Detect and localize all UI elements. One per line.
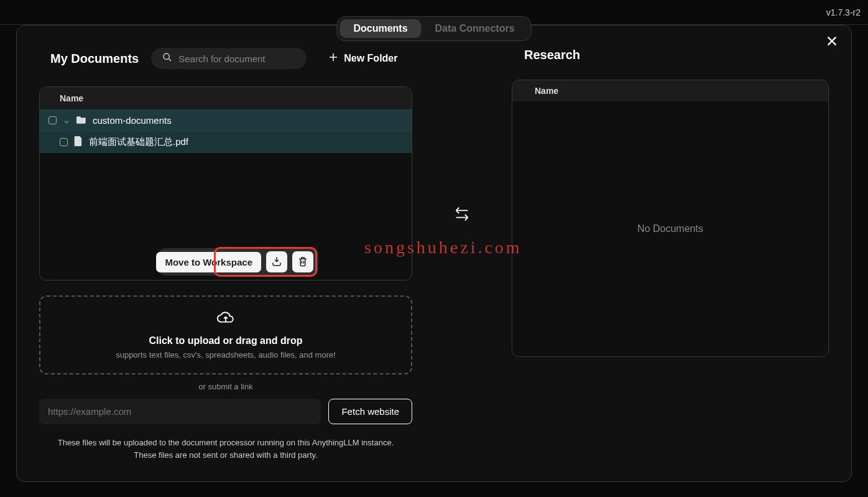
svg-point-0 [164,53,169,59]
search-input[interactable] [178,53,295,64]
folder-icon [76,115,86,126]
file-icon [74,136,83,148]
fetch-website-button[interactable]: Fetch website [328,399,412,424]
column-header-name: Name [40,87,412,109]
file-checkbox[interactable] [60,138,68,146]
workspace-column-header-name: Name [512,80,828,101]
trash-icon [297,256,308,269]
new-folder-label: New Folder [344,53,397,64]
search-box[interactable] [151,48,307,69]
chevron-down-icon[interactable] [63,117,70,124]
no-documents-text: No Documents [512,101,828,356]
search-icon [162,52,172,65]
upload-main-text: Click to upload or drag and drop [53,335,399,346]
plus-icon [328,52,339,65]
folder-row[interactable]: custom-documents [40,109,412,131]
url-input[interactable] [39,399,321,424]
tab-documents[interactable]: Documents [339,19,421,38]
file-row[interactable]: 前端面试基础题汇总.pdf [40,131,412,153]
folder-checkbox[interactable] [48,116,57,124]
folder-name: custom-documents [93,115,172,126]
upload-sub-text: supports text files, csv's, spreadsheets… [53,350,399,360]
cloud-upload-icon [53,310,399,335]
workspace-documents-list: Name No Documents [512,80,829,357]
move-to-folder-button[interactable] [266,251,287,272]
move-to-workspace-button[interactable]: Move to Workspace [156,252,261,272]
transfer-arrows-icon [453,205,471,226]
inbox-icon [271,256,282,269]
new-folder-button[interactable]: New Folder [328,52,397,65]
version-label: v1.7.3-r2 [826,7,861,17]
tab-data-connectors[interactable]: Data Connectors [422,19,529,38]
tabs-container: Documents Data Connectors [336,16,531,41]
delete-button[interactable] [292,251,313,272]
document-modal: My Documents New Folder Name custom-docu… [16,25,852,482]
close-button[interactable] [825,34,839,50]
upload-dropzone[interactable]: Click to upload or drag and drop support… [39,295,412,374]
my-documents-title: My Documents [50,52,139,66]
file-name: 前端面试基础题汇总.pdf [89,136,188,148]
workspace-title: Research [524,48,829,62]
documents-list: Name custom-documents 前端面试基础题汇总.pdf Move… [39,86,412,281]
or-submit-link-text: or submit a link [39,382,412,391]
footer-note: These files will be uploaded to the docu… [39,437,412,461]
